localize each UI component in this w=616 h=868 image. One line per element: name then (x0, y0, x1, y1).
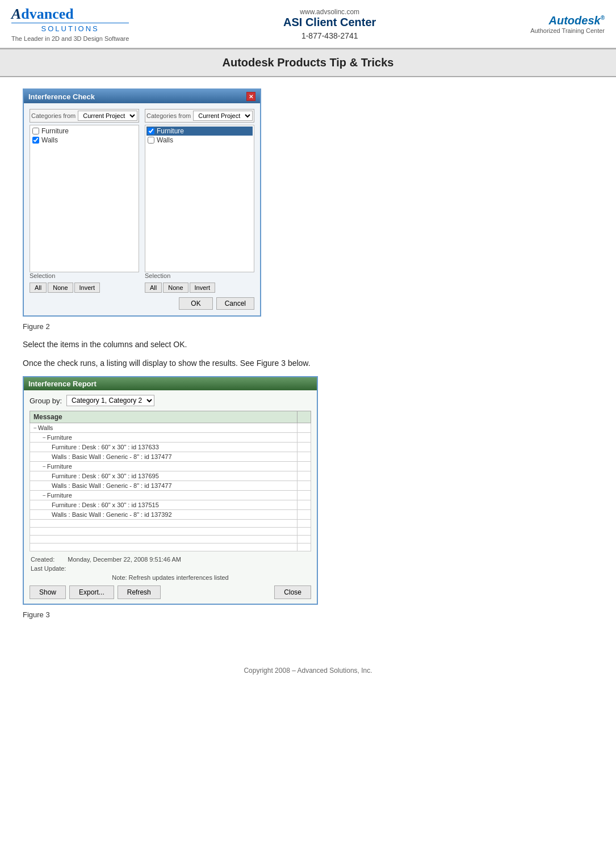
row-text: Walls (38, 424, 53, 431)
page-title: Autodesk Products Tip & Tricks (0, 56, 616, 69)
export-button[interactable]: Export... (69, 585, 114, 599)
left-category-list: Furniture Walls (30, 125, 139, 272)
table-row: Furniture : Desk : 60" x 30" : id 137633 (30, 443, 311, 452)
row-text: Furniture : Desk : 60" x 30" : id 137515 (52, 502, 159, 508)
copyright-text: Copyright 2008 – Advanced Solutions, Inc… (244, 667, 372, 675)
ok-button[interactable]: OK (179, 297, 212, 310)
autodesk-subtitle: Authorized Training Center (530, 27, 605, 34)
right-categories-label: Categories from (146, 112, 191, 119)
header-title: ASI Client Center (140, 16, 519, 29)
header: Advanced SOLUTIONS The Leader in 2D and … (0, 0, 616, 48)
walls-label-right: Walls (157, 136, 173, 144)
refresh-button[interactable]: Refresh (118, 585, 161, 599)
table-row: Walls : Basic Wall : Generic - 8" : id 1… (30, 481, 311, 491)
walls-label-left: Walls (41, 136, 58, 144)
table-row: −Furniture (30, 462, 311, 471)
header-center: www.advsolinc.com ASI Client Center 1-87… (140, 8, 519, 40)
walls-checkbox-left[interactable] (32, 137, 39, 144)
right-selection-bar: All None Invert (145, 283, 254, 293)
table-row: −Furniture (30, 491, 311, 500)
row-text: Furniture (47, 492, 72, 499)
group-by-select[interactable]: Category 1, Category 2 (66, 395, 154, 406)
interference-check-body: Categories from Current Project Furnitur… (24, 103, 260, 315)
last-update-label: Last Update: (31, 565, 66, 572)
left-selection-label: Selection (30, 272, 139, 279)
furniture-checkbox-right[interactable] (148, 128, 154, 134)
row-text: Furniture (47, 463, 72, 470)
message-column-header: Message (30, 411, 297, 423)
interference-report-dialog: Interference Report Group by: Category 1… (23, 376, 318, 605)
minus-icon: − (43, 492, 46, 499)
table-row (30, 520, 311, 528)
body-text-1: Select the items in the columns and sele… (23, 339, 593, 351)
report-note: Note: Refresh updates interferences list… (30, 574, 311, 581)
cancel-button[interactable]: Cancel (216, 297, 254, 310)
logo-tagline: The Leader in 2D and 3D Design Software (11, 35, 129, 42)
right-all-button[interactable]: All (145, 283, 162, 293)
close-button[interactable]: Close (274, 585, 311, 599)
interference-check-dialog: Interference Check ✕ Categories from Cur… (23, 89, 261, 317)
left-invert-button[interactable]: Invert (74, 283, 100, 293)
table-row: Furniture : Desk : 60" x 30" : id 137515 (30, 500, 311, 510)
minus-icon: − (33, 425, 37, 431)
row-text: Furniture (47, 434, 72, 441)
empty-column-header (297, 411, 311, 423)
left-selection-bar: All None Invert (30, 283, 139, 293)
logo-solutions: SOLUTIONS (11, 23, 129, 33)
interference-check-titlebar: Interference Check ✕ (24, 90, 260, 103)
table-row (30, 543, 311, 551)
furniture-label-right: Furniture (157, 127, 184, 135)
report-buttons-row: Show Export... Refresh Close (30, 585, 311, 599)
right-selection-label: Selection (145, 272, 254, 279)
row-text: Furniture : Desk : 60" x 30" : id 137695 (52, 473, 159, 479)
right-category-list: Furniture Walls (145, 125, 254, 272)
table-row: Walls : Basic Wall : Generic - 8" : id 1… (30, 510, 311, 520)
body-text-2: Once the check runs, a listing will disp… (23, 357, 593, 369)
report-body: Group by: Category 1, Category 2 Message… (24, 390, 317, 604)
figure2-caption: Figure 2 (23, 322, 593, 331)
figure3-caption: Figure 3 (23, 610, 593, 619)
report-created: Created: Monday, December 22, 2008 9:51:… (30, 556, 311, 563)
left-categories-label: Categories from (31, 112, 76, 119)
right-none-button[interactable]: None (163, 283, 188, 293)
list-item: Walls (146, 136, 253, 145)
right-invert-button[interactable]: Invert (190, 283, 216, 293)
right-panel-title: Categories from Current Project (145, 109, 254, 123)
row-text: Furniture : Desk : 60" x 30" : id 137633 (52, 444, 159, 450)
created-label: Created: (31, 556, 55, 563)
row-text: Walls : Basic Wall : Generic - 8" : id 1… (52, 511, 172, 518)
content-area: Interference Check ✕ Categories from Cur… (0, 77, 616, 638)
group-by-label: Group by: (30, 397, 62, 405)
page-title-bar: Autodesk Products Tip & Tricks (0, 48, 616, 77)
report-table: Message −Walls −Furniture Furniture : De… (30, 411, 311, 551)
group-by-row: Group by: Category 1, Category 2 (30, 395, 311, 406)
report-last-update: Last Update: (30, 565, 311, 572)
list-item: Furniture (146, 127, 253, 136)
left-none-button[interactable]: None (48, 283, 73, 293)
table-row: −Walls (30, 423, 311, 433)
right-category-select[interactable]: Current Project (193, 111, 253, 121)
left-all-button[interactable]: All (30, 283, 47, 293)
left-panel-title: Categories from Current Project (30, 109, 139, 123)
ok-cancel-row: OK Cancel (30, 297, 254, 310)
table-row (30, 536, 311, 543)
created-value: Monday, December 22, 2008 9:51:46 AM (68, 556, 181, 563)
header-website: www.advsolinc.com (140, 8, 519, 16)
interference-check-title: Interference Check (28, 92, 95, 101)
walls-checkbox-right[interactable] (148, 137, 154, 144)
close-icon[interactable]: ✕ (246, 92, 255, 101)
furniture-label-left: Furniture (41, 127, 69, 135)
left-category-select[interactable]: Current Project (78, 111, 137, 121)
table-row: −Furniture (30, 433, 311, 443)
table-row: Walls : Basic Wall : Generic - 8" : id 1… (30, 452, 311, 462)
list-item: Walls (31, 136, 137, 145)
left-panel: Categories from Current Project Furnitur… (30, 109, 139, 293)
report-title: Interference Report (28, 380, 97, 388)
table-row (30, 528, 311, 536)
header-autodesk: Autodesk® Authorized Training Center (530, 14, 605, 34)
furniture-checkbox-left[interactable] (32, 128, 39, 134)
table-row: Furniture : Desk : 60" x 30" : id 137695 (30, 471, 311, 481)
list-item: Furniture (31, 127, 137, 136)
show-button[interactable]: Show (30, 585, 66, 599)
header-phone: 1-877-438-2741 (140, 31, 519, 40)
